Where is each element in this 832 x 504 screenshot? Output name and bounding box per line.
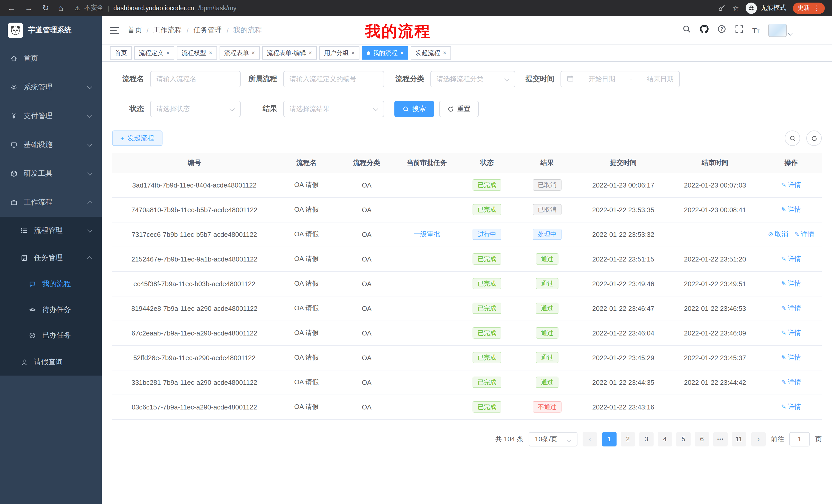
process-definition-input[interactable]: 请输入流程定义的编号 — [283, 71, 384, 87]
start-process-button[interactable]: + 发起流程 — [112, 131, 162, 146]
close-icon[interactable]: × — [309, 49, 312, 57]
address-bar[interactable]: ⚠ 不安全 | dashboard.yudao.iocoder.cn/bpm/t… — [75, 4, 237, 12]
result-badge: 已取消 — [533, 179, 562, 191]
detail-link[interactable]: ✎详情 — [781, 254, 801, 263]
close-icon[interactable]: × — [209, 49, 212, 57]
page-size-select[interactable]: 10条/页 — [529, 432, 577, 446]
back-icon[interactable]: ← — [7, 4, 16, 12]
calendar-icon — [567, 75, 574, 83]
incognito-badge: 无痕模式 — [746, 2, 786, 13]
prev-page-button[interactable]: ‹ — [582, 432, 597, 446]
user-avatar[interactable] — [768, 23, 792, 37]
cancel-link[interactable]: ⊘取消 — [768, 230, 788, 239]
update-button[interactable]: 更新 ⋮ — [793, 2, 825, 13]
search-icon[interactable] — [682, 25, 691, 35]
sidebar-item-devtools[interactable]: 研发工具 — [0, 159, 102, 188]
detail-link[interactable]: ✎详情 — [781, 180, 801, 190]
breadcrumb-item[interactable]: 任务管理 — [193, 25, 222, 35]
detail-link[interactable]: ✎详情 — [794, 230, 814, 239]
pagination: 共 104 条 10条/页 ‹ 1 2 3 4 5 6 ••• 11 › 前往 — [112, 432, 822, 446]
process-name-input[interactable]: 请输入流程名 — [150, 71, 241, 87]
close-icon[interactable]: × — [443, 49, 446, 57]
page-button[interactable]: 1 — [602, 432, 617, 446]
sidebar: 芋道管理系统 首页 系统管理 支付管理 基础设施 — [0, 16, 102, 504]
result-badge: 通过 — [536, 253, 558, 264]
result-badge: 不通过 — [533, 401, 562, 413]
collapse-menu-icon[interactable] — [110, 26, 119, 34]
close-icon[interactable]: × — [351, 49, 355, 57]
tab-home[interactable]: 首页 — [110, 46, 132, 60]
current-task-link[interactable]: 一级审批 — [413, 230, 440, 239]
page-button[interactable]: 2 — [621, 432, 635, 446]
insecure-label[interactable]: 不安全 — [84, 4, 104, 12]
status-badge: 已完成 — [473, 401, 501, 413]
detail-link[interactable]: ✎详情 — [781, 353, 801, 362]
font-size-icon[interactable]: TT — [752, 26, 759, 34]
sidebar-item-done-task[interactable]: 已办任务 — [0, 323, 102, 348]
key-icon[interactable] — [718, 4, 726, 12]
star-icon[interactable]: ☆ — [732, 4, 739, 11]
chevron-down-icon — [504, 76, 509, 81]
next-page-button[interactable]: › — [751, 432, 766, 446]
page-button[interactable]: 5 — [676, 432, 691, 446]
page-button[interactable]: 4 — [658, 432, 672, 446]
github-icon[interactable] — [700, 25, 709, 35]
sidebar-item-process-mgmt[interactable]: 流程管理 — [0, 217, 102, 244]
page-button[interactable]: 11 — [732, 432, 746, 446]
detail-link[interactable]: ✎详情 — [781, 402, 801, 412]
red-annotation: 我的流程 — [365, 21, 431, 42]
tab-start-process[interactable]: 发起流程× — [411, 46, 451, 60]
category-select[interactable]: 请选择流程分类 — [431, 71, 515, 87]
sidebar-item-payment[interactable]: 支付管理 — [0, 102, 102, 131]
close-icon[interactable]: × — [166, 49, 170, 57]
sidebar-item-system[interactable]: 系统管理 — [0, 73, 102, 102]
goto-page-input[interactable]: 1 — [789, 432, 810, 446]
close-icon[interactable]: × — [400, 49, 404, 57]
table-row: 2152467e-7b9b-11ec-9a1b-acde48001122 OA … — [112, 247, 822, 271]
refresh-button[interactable] — [806, 131, 822, 146]
sidebar-item-todo-task[interactable]: 待办任务 — [0, 297, 102, 323]
brand-area: 芋道管理系统 — [0, 16, 102, 44]
more-pages-icon[interactable]: ••• — [713, 432, 728, 446]
sidebar-item-workflow[interactable]: 工作流程 — [0, 188, 102, 217]
tools-icon — [10, 170, 18, 177]
detail-link[interactable]: ✎详情 — [781, 279, 801, 288]
forward-icon[interactable]: → — [25, 4, 33, 12]
status-select[interactable]: 请选择状态 — [150, 101, 241, 117]
result-badge: 通过 — [536, 327, 558, 339]
tab-process-form-edit[interactable]: 流程表单-编辑× — [262, 46, 317, 60]
tab-process-definition[interactable]: 流程定义× — [134, 46, 174, 60]
date-range-picker[interactable]: 开始日期 - 结束日期 — [561, 71, 680, 87]
sidebar-item-task-mgmt[interactable]: 任务管理 — [0, 244, 102, 271]
menu-dots-icon[interactable]: ⋮ — [813, 4, 820, 12]
tab-process-form[interactable]: 流程表单× — [219, 46, 260, 60]
detail-link[interactable]: ✎详情 — [781, 328, 801, 338]
status-badge: 已完成 — [473, 253, 501, 264]
sidebar-item-home[interactable]: 首页 — [0, 44, 102, 73]
process-table: 编号 流程名 流程分类 当前审批任务 状态 结果 提交时间 结束时间 操作 — [112, 153, 822, 419]
detail-link[interactable]: ✎详情 — [781, 377, 801, 387]
reset-button[interactable]: 重置 — [439, 101, 479, 117]
help-icon[interactable]: ? — [717, 25, 726, 35]
reload-icon[interactable]: ↻ — [42, 4, 49, 12]
page-button[interactable]: 3 — [639, 432, 654, 446]
avatar — [768, 23, 787, 37]
home-icon[interactable]: ⌂ — [58, 4, 63, 12]
toggle-search-button[interactable] — [785, 131, 800, 146]
breadcrumb-item[interactable]: 首页 — [128, 25, 142, 35]
tab-my-process[interactable]: 我的流程× — [362, 46, 408, 60]
page-button[interactable]: 6 — [695, 432, 709, 446]
sidebar-item-my-process[interactable]: 我的流程 — [0, 271, 102, 297]
fullscreen-icon[interactable] — [735, 25, 744, 35]
detail-link[interactable]: ✎详情 — [781, 304, 801, 313]
sidebar-item-infra[interactable]: 基础设施 — [0, 131, 102, 159]
edit-icon: ✎ — [781, 379, 786, 386]
breadcrumb-item[interactable]: 工作流程 — [153, 25, 182, 35]
detail-link[interactable]: ✎详情 — [781, 205, 801, 214]
search-button[interactable]: 搜索 — [394, 101, 434, 117]
tab-user-group[interactable]: 用户分组× — [319, 46, 359, 60]
sidebar-item-leave-query[interactable]: 请假查询 — [0, 348, 102, 375]
tab-process-model[interactable]: 流程模型× — [177, 46, 217, 60]
close-icon[interactable]: × — [252, 49, 255, 57]
result-select[interactable]: 请选择流结果 — [283, 101, 384, 117]
